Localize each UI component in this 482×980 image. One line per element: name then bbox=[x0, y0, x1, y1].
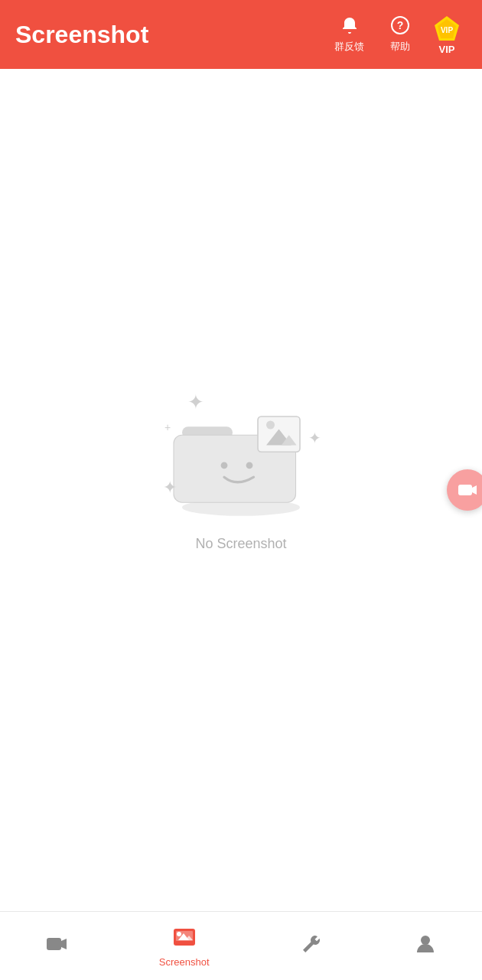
app-header: Screenshot 群反馈 ? 帮助 bbox=[0, 0, 482, 69]
svg-rect-15 bbox=[458, 485, 472, 495]
vip-label: VIP bbox=[439, 44, 455, 55]
svg-point-23 bbox=[177, 932, 181, 936]
screenshot-nav-label: Screenshot bbox=[159, 956, 210, 968]
help-label: 帮助 bbox=[390, 40, 410, 54]
empty-state: ✦ + ✦ ✦ bbox=[157, 383, 325, 552]
sparkle-2: + bbox=[164, 421, 171, 433]
feedback-label: 群反馈 bbox=[334, 40, 364, 54]
record-nav-icon bbox=[45, 933, 68, 959]
help-button[interactable]: ? 帮助 bbox=[381, 11, 419, 58]
tools-nav-icon bbox=[300, 933, 323, 959]
svg-text:?: ? bbox=[397, 19, 404, 31]
nav-item-screenshot[interactable]: Screenshot bbox=[144, 919, 225, 974]
main-content: ✦ + ✦ ✦ bbox=[0, 69, 482, 911]
folder-svg bbox=[157, 383, 325, 518]
profile-nav-icon bbox=[414, 933, 437, 959]
nav-item-record[interactable] bbox=[30, 926, 83, 965]
record-icon bbox=[457, 479, 478, 501]
svg-point-14 bbox=[266, 420, 275, 429]
nav-item-tools[interactable] bbox=[285, 926, 338, 965]
screenshot-nav-icon bbox=[172, 925, 197, 953]
svg-point-9 bbox=[221, 462, 228, 469]
sparkle-1: ✦ bbox=[187, 390, 204, 414]
feedback-button[interactable]: 群反馈 bbox=[325, 11, 373, 58]
nav-item-profile[interactable] bbox=[399, 926, 452, 965]
sparkle-4: ✦ bbox=[308, 429, 321, 447]
empty-label: No Screenshot bbox=[195, 536, 286, 552]
sparkle-3: ✦ bbox=[163, 478, 177, 498]
svg-marker-18 bbox=[61, 939, 67, 949]
feedback-icon bbox=[340, 15, 360, 38]
floating-record-button[interactable] bbox=[447, 469, 482, 511]
bottom-nav: Screenshot bbox=[0, 911, 482, 980]
svg-point-24 bbox=[421, 936, 430, 945]
app-title: Screenshot bbox=[15, 21, 325, 49]
svg-rect-17 bbox=[47, 938, 61, 950]
svg-text:VIP: VIP bbox=[441, 26, 453, 34]
folder-illustration: ✦ + ✦ ✦ bbox=[157, 383, 325, 521]
svg-point-10 bbox=[246, 462, 253, 469]
header-actions: 群反馈 ? 帮助 VIP VIP bbox=[325, 10, 467, 60]
svg-marker-16 bbox=[472, 485, 477, 495]
help-icon: ? bbox=[390, 15, 410, 38]
vip-button[interactable]: VIP VIP bbox=[427, 10, 467, 60]
